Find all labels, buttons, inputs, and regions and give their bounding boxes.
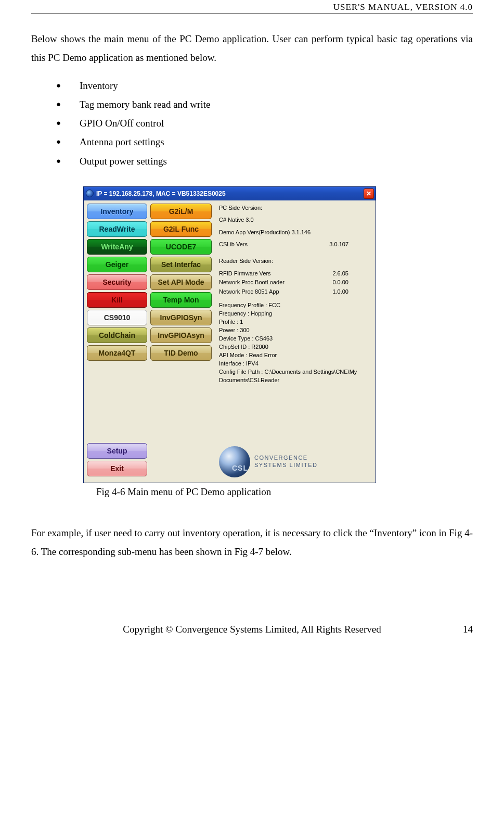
exit-button[interactable]: Exit [87,461,147,476]
freq-profile: Frequency Profile : FCC [219,301,372,310]
inventory-button[interactable]: Inventory [87,204,147,219]
cs9010-button[interactable]: CS9010 [87,310,147,325]
frequency: Frequency : Hopping [219,310,372,318]
netproc-value: 1.0.00 [332,287,348,297]
invgpioasyn-button[interactable]: InvGPIOAsyn [150,327,212,343]
logo-text-2: SYSTEMS LIMITED [254,462,318,469]
power: Power : 300 [219,326,372,335]
bootloader-value: 0.0.00 [332,278,348,287]
api-mode: API Mode : Read Error [219,351,372,360]
temp-mon-button[interactable]: Temp Mon [150,292,212,308]
list-item: GPIO On/Off control [56,114,473,133]
page-header: USER'S MANUAL, VERSION 4.0 [31,0,473,14]
writeany-button[interactable]: WriteAny [87,239,147,255]
setup-button[interactable]: Setup [87,443,147,459]
titlebar: IP = 192.168.25.178, MAC = VB51332ES0025… [84,187,376,200]
app-window: IP = 192.168.25.178, MAC = VB51332ES0025… [83,186,376,483]
window-title: IP = 192.168.25.178, MAC = VB51332ES0025 [96,190,226,197]
page-number: 14 [463,624,473,635]
demo-app-version: Demo App Vers(Production) 3.1.146 [219,228,372,237]
list-item: Tag memory bank read and write [56,95,473,114]
logo-text-1: CONVERGENCE [254,455,318,462]
profile: Profile : 1 [219,318,372,326]
app-icon [86,190,94,197]
netproc-label: Network Proc 8051 App [219,287,279,297]
g2il-m-button[interactable]: G2iL/M [150,204,212,219]
rfid-label: RFID Firmware Vers [219,269,271,279]
list-item: Output power settings [56,152,473,171]
example-paragraph: For example, if user need to carry out i… [31,524,473,561]
feature-list: Inventory Tag memory bank read and write… [56,77,473,170]
pc-version-header: PC Side Version: [219,204,372,213]
info-panel: PC Side Version: C# Native 3.0 Demo App … [214,203,376,477]
cslib-label: CSLib Vers [219,240,248,249]
set-interface-button[interactable]: Set Interfac [150,257,212,272]
cslib-value: 3.0.107 [329,240,348,249]
invgpiosyn-button[interactable]: InvGPIOSyn [150,310,212,325]
page-footer: Copyright © Convergence Systems Limited,… [31,624,473,635]
copyright: Copyright © Convergence Systems Limited,… [123,624,381,635]
interface: Interface : IPV4 [219,360,372,368]
g2il-func-button[interactable]: G2iL Func [150,221,212,237]
list-item: Antenna port settings [56,133,473,152]
close-button[interactable]: ✕ [364,188,374,199]
csharp-version: C# Native 3.0 [219,216,372,225]
chipset-id: ChipSet ID : R2000 [219,343,372,351]
security-button[interactable]: Security [87,274,147,290]
list-item: Inventory [56,77,473,95]
tid-demo-button[interactable]: TID Demo [150,345,212,361]
button-column-1: Inventory ReadWrite WriteAny Geiger Secu… [84,203,149,477]
set-api-mode-button[interactable]: Set API Mode [150,274,212,290]
bootloader-label: Network Proc BootLoader [219,278,285,287]
coldchain-button[interactable]: ColdChain [87,327,147,343]
reader-version-header: Reader Side Version: [219,257,372,266]
kill-button[interactable]: Kill [87,292,147,308]
ucode7-button[interactable]: UCODE7 [150,239,212,255]
config-path: Config File Path : C:\Documents and Sett… [219,368,372,385]
geiger-button[interactable]: Geiger [87,257,147,272]
device-type: Device Type : CS463 [219,335,372,343]
logo-sphere-icon [219,446,250,477]
button-column-2: G2iL/M G2iL Func UCODE7 Set Interfac Set… [149,203,214,477]
company-logo: CONVERGENCE SYSTEMS LIMITED [219,443,372,477]
monza4qt-button[interactable]: Monza4QT [87,345,147,361]
readwrite-button[interactable]: ReadWrite [87,221,147,237]
rfid-value: 2.6.05 [332,269,348,279]
intro-paragraph: Below shows the main menu of the PC Demo… [31,30,473,67]
figure-caption: Fig 4-6 Main menu of PC Demo application [96,486,473,498]
